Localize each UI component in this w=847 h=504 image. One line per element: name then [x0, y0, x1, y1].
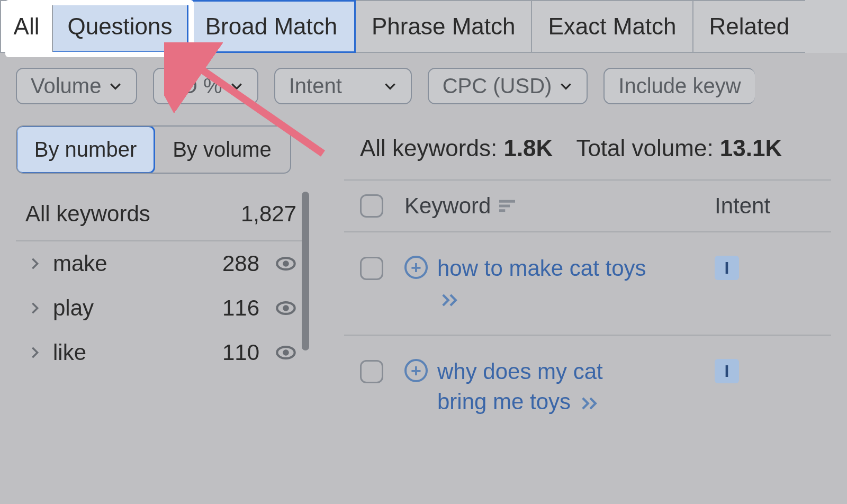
keyword-link[interactable]: why does my cat bring me toys	[437, 357, 649, 417]
table-row: + why does my cat bring me toys I	[344, 336, 831, 438]
tab-exact-match[interactable]: Exact Match	[532, 0, 693, 53]
group-item-label: make	[53, 251, 107, 276]
open-link-icon	[441, 293, 459, 307]
filter-cpc[interactable]: CPC (USD)	[428, 68, 588, 104]
chevron-down-icon	[383, 79, 397, 93]
match-type-tabs: All Questions Broad Match Phrase Match E…	[0, 0, 847, 53]
filter-intent[interactable]: Intent	[274, 68, 412, 104]
chevron-right-icon	[28, 256, 42, 271]
sort-segment: By number By volume	[16, 125, 291, 174]
summary-all-keywords: All keywords: 1.8K	[360, 135, 553, 161]
group-all-label: All keywords	[25, 201, 150, 227]
svg-point-3	[283, 305, 289, 311]
column-keyword-label: Keyword	[404, 193, 491, 219]
keyword-table-panel: All keywords: 1.8K Total volume: 13.1K K…	[344, 125, 831, 438]
chevron-down-icon	[559, 79, 573, 93]
svg-point-5	[283, 349, 289, 356]
group-item[interactable]: like 110	[16, 330, 302, 375]
tab-broad-match[interactable]: Broad Match	[188, 0, 356, 53]
summary-total-label: Total volume:	[576, 135, 713, 161]
sort-icon	[499, 200, 515, 212]
column-keyword[interactable]: Keyword	[404, 193, 693, 219]
keyword-link[interactable]: how to make cat toys	[437, 254, 649, 313]
tab-all[interactable]: All	[0, 0, 53, 53]
summary-total-value: 13.1K	[720, 135, 782, 161]
filter-bar: Volume KD % Intent CPC (USD) Include key…	[0, 53, 847, 125]
filter-intent-label: Intent	[289, 74, 342, 98]
group-item-label: play	[53, 295, 94, 321]
svg-point-1	[283, 260, 289, 267]
filter-kd-label: KD %	[168, 74, 222, 98]
open-link-icon	[581, 397, 599, 410]
svg-rect-7	[499, 205, 510, 208]
filter-cpc-label: CPC (USD)	[443, 74, 552, 98]
select-all-checkbox[interactable]	[360, 194, 383, 218]
intent-badge: I	[715, 256, 739, 280]
filter-volume-label: Volume	[31, 74, 101, 98]
filter-include-label: Include keyw	[618, 74, 741, 98]
eye-icon[interactable]	[275, 342, 296, 363]
group-item-count: 288	[222, 251, 259, 276]
column-intent[interactable]: Intent	[715, 193, 831, 219]
group-item-count: 116	[222, 295, 259, 321]
chevron-down-icon	[230, 79, 244, 93]
group-all-count: 1,827	[241, 201, 296, 227]
keyword-group-list: All keywords 1,827 make 288 play 116 lik…	[16, 192, 302, 375]
tab-phrase-match[interactable]: Phrase Match	[356, 0, 532, 53]
filter-include-keywords[interactable]: Include keyw	[603, 68, 754, 104]
group-item[interactable]: make 288	[16, 241, 302, 286]
svg-rect-6	[499, 200, 515, 203]
row-checkbox[interactable]	[360, 360, 383, 383]
group-item[interactable]: play 116	[16, 286, 302, 330]
chevron-right-icon	[28, 301, 42, 316]
group-item-label: like	[53, 340, 86, 365]
tab-related[interactable]: Related	[693, 0, 806, 53]
filter-volume[interactable]: Volume	[16, 68, 137, 104]
row-checkbox[interactable]	[360, 257, 383, 280]
filter-kd[interactable]: KD %	[153, 68, 258, 104]
keyword-text: how to make cat toys	[437, 256, 646, 281]
intent-badge: I	[715, 359, 739, 383]
tab-questions[interactable]: Questions	[53, 0, 188, 53]
summary-all-value: 1.8K	[503, 135, 553, 161]
keyword-text: why does my cat bring me toys	[437, 359, 603, 414]
scrollbar[interactable]	[302, 192, 309, 350]
summary-all-label: All keywords:	[360, 135, 497, 161]
svg-rect-8	[499, 209, 505, 212]
add-to-list-icon[interactable]: +	[404, 359, 428, 382]
eye-icon[interactable]	[275, 253, 296, 274]
table-header: Keyword Intent	[344, 179, 831, 232]
summary-total-volume: Total volume: 13.1K	[576, 135, 782, 161]
keyword-groups-sidebar: By number By volume All keywords 1,827 m…	[16, 125, 302, 438]
table-row: + how to make cat toys I	[344, 232, 831, 336]
eye-icon[interactable]	[275, 298, 296, 319]
summary-bar: All keywords: 1.8K Total volume: 13.1K	[344, 125, 831, 179]
chevron-down-icon	[109, 79, 122, 93]
segment-by-volume[interactable]: By volume	[154, 127, 290, 173]
group-all-keywords[interactable]: All keywords 1,827	[16, 192, 302, 241]
segment-by-number[interactable]: By number	[16, 125, 155, 174]
chevron-right-icon	[28, 345, 42, 360]
group-item-count: 110	[222, 340, 259, 365]
add-to-list-icon[interactable]: +	[404, 256, 428, 279]
